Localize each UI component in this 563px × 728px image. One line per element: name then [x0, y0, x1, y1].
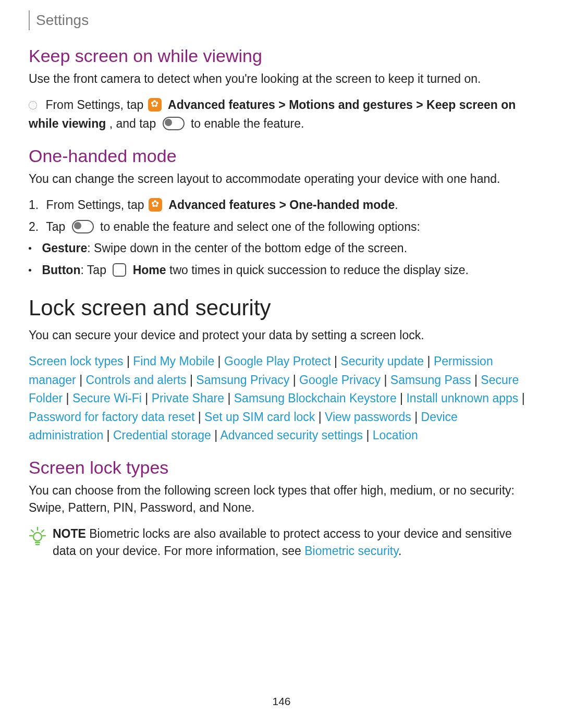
link-separator: | — [471, 373, 481, 387]
link-separator: | — [289, 373, 299, 387]
text-bold: Home — [133, 263, 166, 277]
step-number: 2. — [29, 218, 39, 237]
svg-line-1 — [31, 530, 33, 532]
heading-one-handed-mode: One-handed mode — [29, 146, 534, 166]
link-security-topic[interactable]: Samsung Pass — [390, 373, 471, 387]
link-security-topic[interactable]: Controls and alerts — [86, 373, 187, 387]
link-security-topic[interactable]: Screen lock types — [29, 354, 124, 368]
text-bold: Button — [42, 263, 80, 277]
note-text: NOTE Biometric locks are also available … — [53, 525, 534, 560]
heading-screen-lock-types: Screen lock types — [29, 458, 534, 478]
link-separator: | — [214, 354, 224, 368]
text-fragment: Tap — [46, 220, 65, 233]
link-security-topic[interactable]: Google Privacy — [299, 373, 381, 387]
link-separator: | — [194, 410, 204, 424]
link-security-topic[interactable]: Location — [373, 428, 418, 442]
heading-keep-screen-on: Keep screen on while viewing — [29, 46, 534, 66]
text-fragment: Biometric locks are also available to pr… — [53, 527, 512, 558]
link-separator: | — [103, 428, 113, 442]
home-icon — [113, 263, 126, 277]
keep-screen-desc: Use the front camera to detect when you'… — [29, 70, 534, 88]
text-fragment: : Swipe down in the center of the bottom… — [87, 241, 407, 255]
gear-icon — [149, 198, 162, 212]
link-security-topic[interactable]: Credential storage — [113, 428, 211, 442]
keep-screen-step: From Settings, tap Advanced features > M… — [29, 96, 534, 133]
text-bold: > — [278, 98, 289, 112]
link-separator: | — [518, 391, 524, 405]
text-bold: > — [416, 98, 426, 112]
svg-point-5 — [33, 533, 42, 541]
link-separator: | — [76, 373, 86, 387]
text-bold: Motions and gestures — [289, 98, 413, 112]
header-title: Settings — [36, 12, 89, 29]
link-separator: | — [211, 428, 221, 442]
link-separator: | — [142, 391, 152, 405]
dot-bullet-icon — [29, 247, 31, 250]
link-separator: | — [424, 354, 434, 368]
text-fragment: From Settings, tap — [45, 98, 143, 112]
link-separator: | — [187, 373, 197, 387]
note-label: NOTE — [53, 527, 86, 540]
lightbulb-icon — [29, 526, 46, 547]
header-divider — [29, 10, 30, 30]
link-security-topic[interactable]: Find My Mobile — [133, 354, 214, 368]
circle-bullet-icon — [29, 101, 37, 109]
text-fragment: , and tap — [109, 117, 156, 130]
link-security-topic[interactable]: Install unknown apps — [406, 391, 518, 405]
lock-security-desc: You can secure your device and protect y… — [29, 327, 534, 344]
step-number: 1. — [29, 196, 39, 215]
link-separator: | — [315, 410, 325, 424]
link-security-topic[interactable]: Set up SIM card lock — [204, 410, 315, 424]
screen-lock-types-desc: You can choose from the following screen… — [29, 482, 534, 517]
link-separator: | — [411, 410, 421, 424]
link-security-topic[interactable]: Password for factory data reset — [29, 410, 194, 424]
one-handed-option-button: Button: Tap Home two times in quick succ… — [29, 261, 534, 280]
one-handed-option-gesture: Gesture: Swipe down in the center of the… — [29, 239, 534, 258]
svg-line-2 — [42, 530, 44, 532]
text-fragment: . — [398, 544, 401, 558]
toggle-icon — [163, 117, 185, 130]
link-security-topic[interactable]: Secure Wi-Fi — [72, 391, 142, 405]
link-biometric-security[interactable]: Biometric security — [304, 544, 398, 558]
security-links-block: Screen lock types | Find My Mobile | Goo… — [29, 352, 534, 445]
text-fragment: . — [395, 198, 398, 212]
page-header: Settings — [29, 10, 534, 30]
one-handed-desc: You can change the screen layout to acco… — [29, 170, 534, 188]
text-bold: Gesture — [42, 241, 87, 255]
link-separator: | — [224, 391, 234, 405]
text-bold: Advanced features — [168, 98, 275, 112]
link-separator: | — [381, 373, 390, 387]
gear-icon — [148, 98, 162, 112]
link-security-topic[interactable]: Google Play Protect — [224, 354, 331, 368]
link-separator: | — [397, 391, 407, 405]
text-fragment: to enable the feature. — [191, 117, 304, 130]
text-fragment: to enable the feature and select one of … — [100, 220, 420, 233]
note-row: NOTE Biometric locks are also available … — [29, 525, 534, 560]
text-fragment: two times in quick succession to reduce … — [166, 263, 469, 277]
one-handed-step-2: 2. Tap to enable the feature and select … — [29, 218, 534, 237]
toggle-icon — [72, 220, 94, 233]
link-security-topic[interactable]: Samsung Blockchain Keystore — [234, 391, 397, 405]
dot-bullet-icon — [29, 269, 31, 272]
link-security-topic[interactable]: Private Share — [152, 391, 224, 405]
link-security-topic[interactable]: Security update — [340, 354, 424, 368]
one-handed-step-1: 1. From Settings, tap Advanced features … — [29, 196, 534, 215]
link-separator: | — [363, 428, 373, 442]
link-separator: | — [331, 354, 341, 368]
link-security-topic[interactable]: Advanced security settings — [220, 428, 363, 442]
link-security-topic[interactable]: View passwords — [325, 410, 411, 424]
heading-lock-screen-security: Lock screen and security — [29, 295, 534, 320]
text-bold: Advanced features > One-handed mode — [168, 198, 395, 212]
link-security-topic[interactable]: Samsung Privacy — [196, 373, 289, 387]
text-fragment: : Tap — [80, 263, 106, 277]
link-separator: | — [124, 354, 133, 368]
link-separator: | — [63, 391, 72, 405]
text-fragment: From Settings, tap — [46, 198, 144, 212]
page-number: 146 — [29, 695, 534, 708]
